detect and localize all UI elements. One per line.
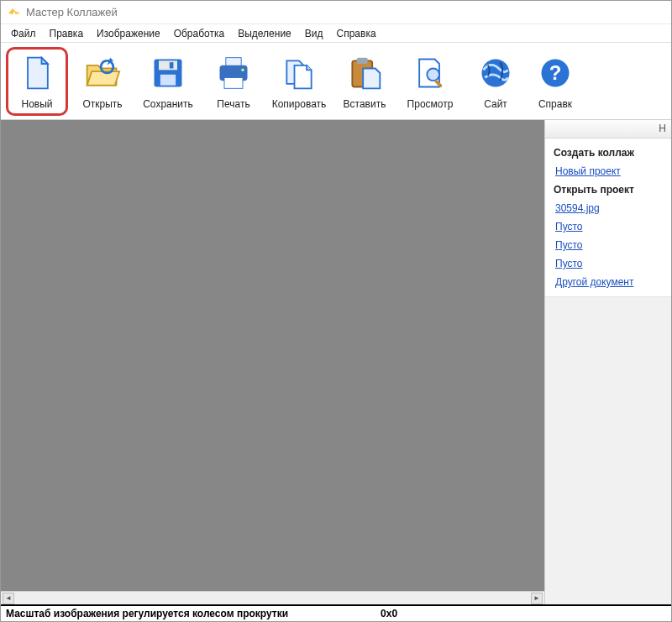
create-collage-title: Создать коллаж — [554, 147, 663, 159]
toolbar-label: Копировать — [272, 98, 327, 110]
status-dimensions: 0x0 — [381, 608, 397, 619]
toolbar-label: Просмотр — [407, 98, 454, 110]
globe-icon — [475, 53, 516, 93]
svg-rect-2 — [160, 74, 176, 85]
save-disk-icon — [148, 53, 188, 93]
menu-edit[interactable]: Правка — [43, 26, 91, 41]
svg-point-7 — [241, 68, 244, 71]
toolbar-label: Печать — [217, 98, 249, 110]
menu-process[interactable]: Обработка — [167, 26, 232, 41]
new-project-link[interactable]: Новый проект — [554, 165, 663, 177]
save-button[interactable]: Сохранить — [137, 47, 199, 116]
side-panel-content: Создать коллаж Новый проект Открыть прое… — [545, 139, 671, 297]
app-title: Мастер Коллажей — [26, 6, 118, 18]
side-panel-empty — [545, 297, 671, 604]
new-button[interactable]: Новый — [6, 47, 68, 116]
work-area: ◄ ► Н Создать коллаж Новый проект Открыт… — [1, 120, 671, 604]
menu-file[interactable]: Файл — [4, 26, 43, 41]
svg-text:?: ? — [549, 61, 562, 84]
new-file-icon — [17, 53, 57, 93]
recent-item[interactable]: Пусто — [554, 221, 663, 233]
menu-help[interactable]: Справка — [330, 26, 383, 41]
print-button[interactable]: Печать — [202, 47, 265, 116]
toolbar-label: Сохранить — [143, 98, 193, 110]
status-hint: Масштаб изображения регулируется колесом… — [6, 608, 288, 619]
paste-icon — [344, 53, 385, 93]
toolbar: Новый Открыть Сохранить — [1, 43, 671, 120]
recent-item[interactable]: Пусто — [554, 239, 663, 251]
menu-select[interactable]: Выделение — [231, 26, 298, 41]
help-button[interactable]: ? Справк — [530, 47, 580, 116]
titlebar: Мастер Коллажей — [1, 1, 671, 24]
toolbar-label: Справк — [538, 98, 572, 110]
side-panel: Н Создать коллаж Новый проект Открыть пр… — [545, 120, 671, 604]
menubar: Файл Правка Изображение Обработка Выделе… — [1, 24, 671, 43]
open-project-title: Открыть проект — [554, 184, 663, 196]
toolbar-label: Новый — [21, 98, 52, 110]
app-icon — [8, 6, 21, 19]
copy-button[interactable]: Копировать — [268, 47, 330, 116]
svg-rect-1 — [159, 60, 177, 70]
paste-button[interactable]: Вставить — [333, 47, 396, 116]
toolbar-label: Открыть — [82, 98, 122, 110]
menu-view[interactable]: Вид — [298, 26, 330, 41]
site-button[interactable]: Сайт — [465, 47, 527, 116]
svg-rect-6 — [224, 77, 243, 88]
statusbar: Масштаб изображения регулируется колесом… — [1, 604, 671, 621]
scroll-right-arrow[interactable]: ► — [531, 593, 543, 604]
scroll-left-arrow[interactable]: ◄ — [3, 593, 14, 604]
svg-rect-3 — [170, 62, 174, 68]
toolbar-label: Вставить — [344, 98, 386, 110]
other-document-link[interactable]: Другой документ — [554, 276, 663, 288]
magnifier-icon — [410, 53, 450, 93]
open-button[interactable]: Открыть — [71, 47, 134, 116]
copy-icon — [279, 53, 319, 93]
preview-button[interactable]: Просмотр — [399, 47, 461, 116]
help-icon: ? — [535, 53, 575, 93]
menu-image[interactable]: Изображение — [90, 26, 167, 41]
toolbar-label: Сайт — [484, 98, 507, 110]
printer-icon — [213, 53, 254, 93]
canvas-area[interactable]: ◄ ► — [1, 120, 545, 604]
svg-rect-9 — [357, 57, 368, 63]
horizontal-scrollbar[interactable]: ◄ ► — [1, 591, 544, 604]
svg-point-10 — [427, 68, 439, 81]
recent-item[interactable]: 30594.jpg — [554, 202, 663, 214]
open-folder-icon — [82, 53, 123, 93]
recent-item[interactable]: Пусто — [554, 258, 663, 269]
side-panel-header: Н — [545, 120, 671, 139]
